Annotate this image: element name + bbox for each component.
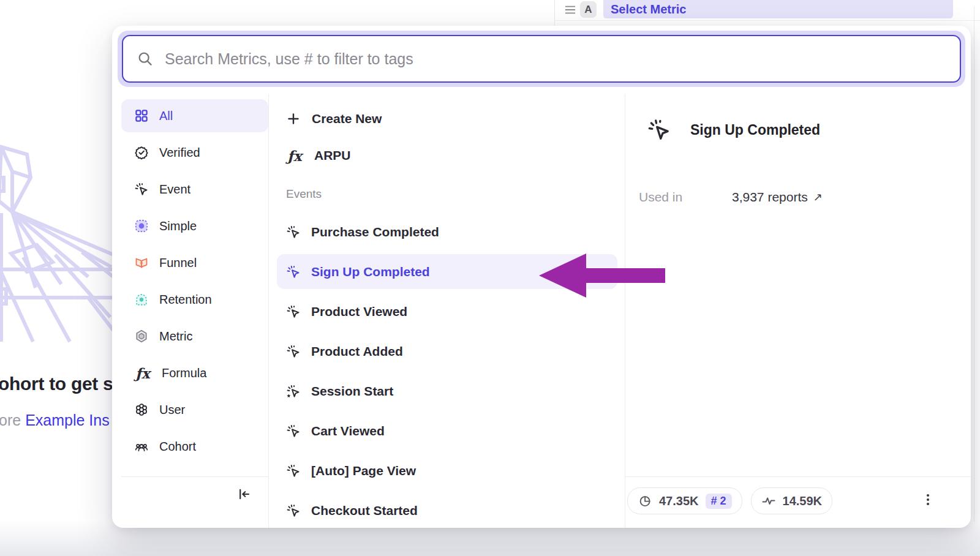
sidebar-item-label: Formula [162,366,206,380]
sidebar-item-event[interactable]: Event [121,173,268,206]
stat-chips: 47.35K # 2 14.59K [627,487,832,514]
funnel-icon [134,255,149,270]
activity-chip[interactable]: 14.59K [751,487,833,514]
used-in-row[interactable]: Used in 3,937 reports ↗ [639,190,823,205]
stat-value: 14.59K [783,494,823,508]
activity-icon [761,494,776,508]
event-label: Checkout Started [311,503,418,518]
event-icon [286,464,301,478]
annotation-arrow [538,252,668,301]
event-label: Sign Up Completed [311,265,430,279]
event-icon [286,424,301,438]
event-row-purchase-completed[interactable]: Purchase Completed [277,214,617,249]
event-row-auto-page-view[interactable]: [Auto] Page View [277,453,617,488]
plus-icon [286,111,301,126]
sidebar-item-label: Metric [159,329,192,344]
sidebar-item-cohort[interactable]: Cohort [121,430,268,463]
sidebar-item-label: Funnel [159,256,197,270]
rank-badge: # 2 [706,494,732,509]
sidebar-item-label: Verified [159,146,200,160]
detail-divider [625,94,625,528]
drag-handle-icon[interactable] [564,4,577,15]
detail-header: Sign Up Completed [647,118,820,142]
sidebar-footer-divider [121,476,268,477]
verified-badge-icon [134,145,149,160]
event-icon [286,265,301,279]
create-new-label: Create New [312,111,382,126]
select-metric-label: Select Metric [611,2,686,17]
detail-title: Sign Up Completed [690,122,820,138]
session-start-icon [286,384,301,399]
event-label: Purchase Completed [311,225,439,239]
event-label: [Auto] Page View [311,464,416,478]
event-label: Cart Viewed [311,424,385,438]
sidebar-item-label: Retention [159,293,212,307]
sidebar-item-formula[interactable]: ƒx Formula [121,356,268,389]
arpu-label: ARPU [314,148,351,163]
grid-icon [134,108,149,123]
create-new-button[interactable]: Create New [277,103,617,135]
collapse-sidebar-button[interactable] [233,484,254,505]
user-cluster-icon [134,402,149,417]
simple-icon [134,219,149,233]
sidebar-divider [268,94,269,528]
event-row-cart-viewed[interactable]: Cart Viewed [277,413,617,448]
event-row-session-start[interactable]: Session Start [277,374,617,408]
page-right-edge [974,6,974,522]
used-in-label: Used in [639,190,732,205]
pie-chart-icon [638,494,652,508]
sidebar-item-user[interactable]: User [121,393,268,426]
background-headline: ohort to get s [0,374,113,394]
metric-hexagon-icon [134,329,149,344]
search-icon [137,50,154,67]
sidebar-item-label: All [159,109,173,123]
cohort-people-icon [134,439,149,454]
event-row-product-added[interactable]: Product Added [277,334,617,369]
background-subline: oreExample Ins [0,411,113,429]
sidebar-item-verified[interactable]: Verified [121,136,268,169]
formula-fx-icon: ƒx [134,365,151,381]
sidebar-item-label: User [159,403,185,417]
event-label: Product Viewed [311,304,407,319]
formula-fx-icon: ƒx [286,148,303,164]
select-metric-field[interactable]: Select Metric [603,0,953,18]
stat-value: 47.35K [659,494,699,508]
panel-divider [554,0,555,26]
headline-text: ohort to get s [0,374,113,394]
metric-list: Create New ƒx ARPU Events Purchase Compl… [277,103,617,528]
category-sidebar: All Verified Event Simple Funnel Retenti… [121,99,268,467]
retention-icon [134,292,149,307]
sidebar-item-retention[interactable]: Retention [121,283,268,316]
sidebar-item-simple[interactable]: Simple [121,209,268,242]
event-icon [286,304,301,319]
kebab-menu-icon [921,492,935,507]
example-insights-link[interactable]: Example Ins [25,411,110,429]
series-a-chip[interactable]: A [580,1,597,18]
event-icon [286,503,301,518]
list-item-arpu[interactable]: ƒx ARPU [277,140,617,171]
collapse-left-icon [236,487,251,502]
sidebar-item-label: Simple [159,219,197,233]
event-row-checkout-started[interactable]: Checkout Started [277,493,617,528]
total-count-chip[interactable]: 47.35K # 2 [627,487,742,514]
search-box [122,35,961,83]
event-icon [286,344,301,359]
app-root: ohort to get s oreExample Ins A Select M… [0,0,980,556]
search-input[interactable] [165,50,960,68]
sidebar-item-funnel[interactable]: Funnel [121,246,268,279]
detail-footer-divider [625,476,971,477]
sidebar-item-all[interactable]: All [121,99,268,132]
event-label: Product Added [311,344,403,359]
sidebar-item-label: Event [159,182,190,197]
used-in-value: 3,937 reports [732,190,808,205]
event-label: Session Start [311,384,393,399]
event-icon [647,118,671,142]
sidebar-item-metric[interactable]: Metric [121,320,268,353]
sidebar-item-label: Cohort [159,440,196,454]
events-section-label: Events [277,186,617,202]
metric-detail-panel: Sign Up Completed Used in 3,937 reports … [634,93,971,528]
more-options-button[interactable] [917,486,939,514]
event-cursor-icon [134,182,149,197]
external-link-icon: ↗ [813,190,823,204]
subline-text: ore [0,411,21,429]
